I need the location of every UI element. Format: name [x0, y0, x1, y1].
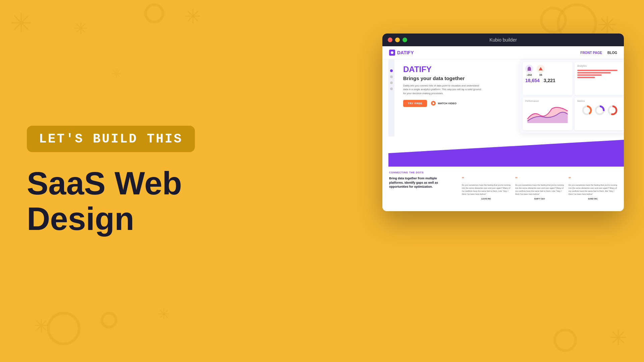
nav-front-page[interactable]: FRONT PAGE: [580, 51, 602, 55]
deco-snowflake-3: ✳: [184, 7, 201, 27]
deco-circle-5: [553, 328, 577, 352]
browser-titlebar: Kubio builder: [382, 34, 624, 46]
hero-description: Datify lets you connect lots of data poi…: [403, 84, 484, 95]
hero-title: DATIFY: [403, 65, 610, 74]
deco-circle-4: [47, 312, 80, 345]
badge-container: LET'S BUILD THIS: [27, 126, 195, 152]
traffic-light-green[interactable]: [402, 38, 407, 42]
heading-line2: platforms. Identify gaps as well as: [389, 181, 438, 184]
bg-letter-a: a: [67, 288, 123, 362]
main-title: SaaS Web Design: [27, 166, 221, 236]
testimonials-heading-col: Bring data together from multiple platfo…: [389, 176, 457, 200]
testimonial-3: " Do you sometimes have the feeling that…: [569, 176, 617, 200]
traffic-lights: [388, 38, 407, 42]
quote-mark-3: ": [569, 176, 617, 182]
sidebar-dot-3: [390, 81, 393, 84]
quote-author-1: LEVIS INC: [462, 198, 511, 200]
hero-buttons: TRY FREE WATCH VIDEO: [403, 100, 610, 107]
watch-video-button[interactable]: WATCH VIDEO: [431, 101, 457, 106]
deco-snowflake-2: ✳: [74, 20, 88, 37]
sidebar-icons: [388, 59, 394, 136]
traffic-light-red[interactable]: [388, 38, 392, 42]
datify-website: DATIFY FRONT PAGE BLOG: [382, 46, 624, 211]
badge-text: LET'S BUILD THIS: [39, 132, 183, 146]
testimonials-section: CONNECTING THE DOTS Bring data together …: [382, 167, 624, 211]
datify-logo-icon: [389, 50, 395, 56]
quote-author-2: AHIFY CEO: [515, 198, 564, 200]
testimonial-2: " Do you sometimes have the feeling that…: [515, 176, 564, 200]
try-free-button[interactable]: TRY FREE: [403, 100, 427, 107]
browser-content: DATIFY FRONT PAGE BLOG: [382, 46, 624, 211]
testimonials-heading: Bring data together from multiple platfo…: [389, 176, 457, 189]
deco-snowflake-5: ✳: [34, 317, 49, 335]
hero-text: DATIFY Brings your data together Datify …: [395, 65, 617, 136]
wave-section: [388, 140, 624, 167]
play-icon: [431, 101, 436, 106]
datify-hero: DATIFY Brings your data together Datify …: [388, 59, 624, 136]
badge-bg: LET'S BUILD THIS: [27, 126, 195, 152]
purple-wave: [388, 140, 624, 167]
quote-author-3: SAMZ INC: [569, 198, 617, 200]
quote-mark-1: ": [462, 176, 511, 182]
sidebar-dot-2: [390, 75, 393, 78]
quote-mark-2: ": [515, 176, 564, 182]
hero-subtitle: Brings your data together: [403, 75, 610, 81]
quote-text-3: Do you sometimes have the feeling that y…: [569, 184, 617, 196]
deco-snowflake-1: ✳: [10, 10, 33, 37]
testimonial-1: " Do you sometimes have the feeling that…: [462, 176, 511, 200]
deco-snowflake-7: ✳: [609, 327, 627, 349]
datify-nav-links: FRONT PAGE BLOG: [580, 51, 617, 55]
deco-circle-1: [540, 7, 567, 34]
browser-window: Kubio builder DATIFY FRONT PAGE BLOG: [382, 34, 624, 211]
datify-nav: DATIFY FRONT PAGE BLOG: [382, 46, 624, 59]
quote-text-1: Do you sometimes have the feeling that y…: [462, 184, 511, 196]
testimonials-grid: Bring data together from multiple platfo…: [389, 176, 617, 200]
hero-section: DATIFY Brings your data together Datify …: [382, 59, 624, 167]
left-content: LET'S BUILD THIS SaaS Web Design: [27, 126, 221, 236]
datify-logo: DATIFY: [389, 50, 414, 56]
heading-line3: opportunities for optimization.: [389, 185, 433, 188]
bg-letter-s: S: [7, 288, 74, 362]
watch-video-label: WATCH VIDEO: [438, 102, 457, 105]
traffic-light-yellow[interactable]: [395, 38, 400, 42]
sidebar-dot-4: [390, 87, 393, 90]
deco-circle-6: [101, 312, 117, 328]
deco-snowflake-6: ✳: [158, 307, 170, 322]
browser-title-text: Kubio builder: [489, 37, 517, 43]
sidebar-dot-1: [390, 69, 393, 72]
section-label: CONNECTING THE DOTS: [389, 171, 617, 174]
quote-text-2: Do you sometimes have the feeling that y…: [515, 184, 564, 196]
heading-line1: Bring data together from multiple: [389, 177, 437, 180]
datify-logo-text: DATIFY: [397, 50, 414, 55]
deco-snowflake-8: ✳: [111, 67, 122, 80]
nav-blog[interactable]: BLOG: [607, 51, 617, 55]
deco-circle-3: [144, 3, 164, 23]
